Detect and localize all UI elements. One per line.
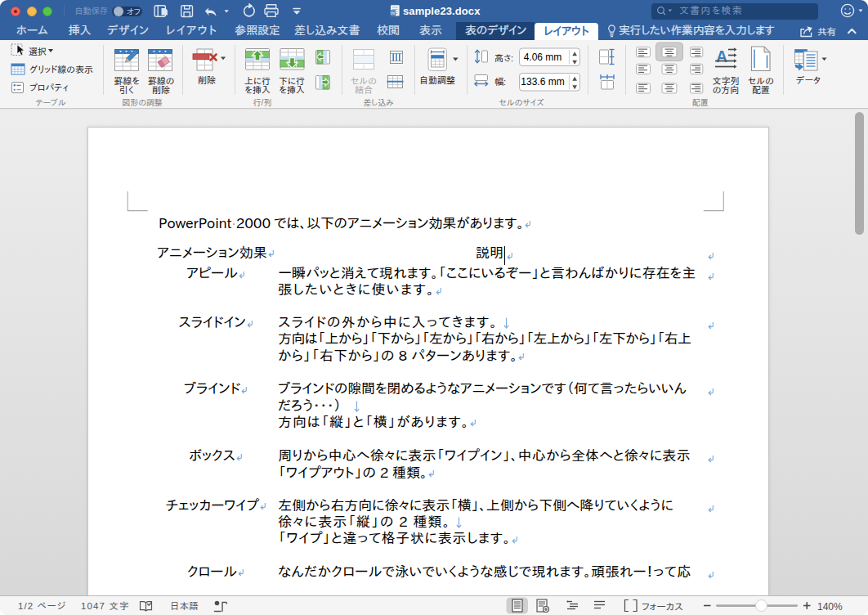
svg-text:133.6 mm: 133.6 mm <box>521 76 564 88</box>
svg-text:W: W <box>391 11 396 16</box>
svg-text:A: A <box>716 47 727 65</box>
svg-text:4.06 mm: 4.06 mm <box>524 52 562 63</box>
